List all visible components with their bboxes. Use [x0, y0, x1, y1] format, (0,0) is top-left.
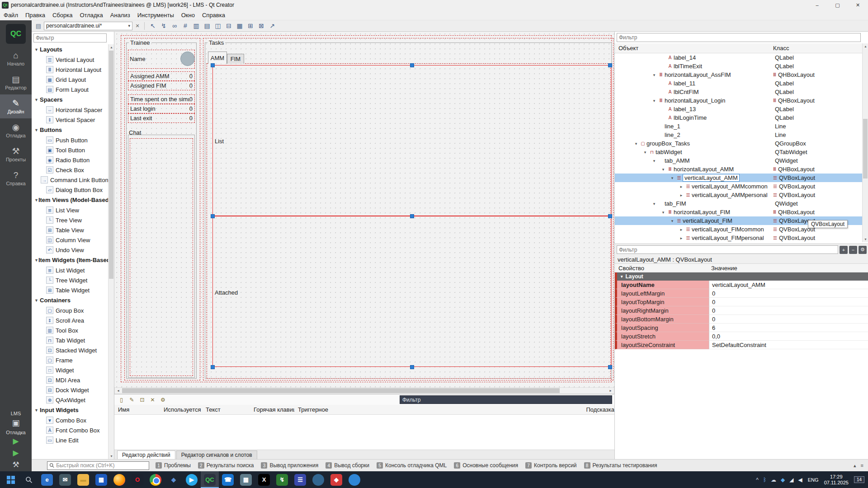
- scrollbar-thumb[interactable]: [109, 51, 113, 279]
- volume-icon[interactable]: ◀: [798, 477, 802, 483]
- scrollbar-thumb[interactable]: [122, 388, 560, 393]
- object-tree-row[interactable]: A label_14 QLabel: [615, 53, 863, 62]
- widget-box-row[interactable]: ◫ Column View: [32, 235, 108, 245]
- widget-box-row[interactable]: ▼ Input Widgets: [32, 405, 108, 415]
- widget-box-row[interactable]: ▤ Form Layout: [32, 84, 108, 94]
- expander-icon[interactable]: ▾: [669, 219, 675, 223]
- debug-run-button[interactable]: ▶: [13, 449, 19, 458]
- selection-handle[interactable]: [608, 365, 612, 369]
- taskbar-app[interactable]: ▦: [237, 471, 255, 488]
- widget-box-row[interactable]: ⊗ QAxWidget: [32, 395, 108, 405]
- object-tree-row[interactable]: ▾ Ⅲ horizontalLayout_AMM Ⅲ QHBoxLayout: [615, 165, 863, 174]
- selection-handle[interactable]: [211, 214, 215, 218]
- new-action-icon[interactable]: ▯: [117, 395, 126, 404]
- scrollbar-thumb[interactable]: [863, 119, 868, 178]
- expander-icon[interactable]: ▸: [678, 184, 684, 189]
- menu-item[interactable]: Окно: [178, 10, 198, 20]
- edit-widgets-icon[interactable]: ↖: [148, 21, 158, 31]
- widget-box-row[interactable]: ▦ Grid Layout: [32, 75, 108, 84]
- widget-box-row[interactable]: ▭ Push Button: [32, 135, 108, 145]
- selection-handle[interactable]: [410, 365, 414, 369]
- network-icon[interactable]: ◢: [789, 477, 793, 483]
- widget-box-row[interactable]: ↶ Undo View: [32, 245, 108, 255]
- widget-box-row[interactable]: ◉ Radio Button: [32, 155, 108, 165]
- scroll-up-icon[interactable]: ▴: [108, 44, 114, 50]
- expander-icon[interactable]: ▾: [651, 73, 657, 77]
- property-value[interactable]: 6: [709, 324, 868, 332]
- kit-selector[interactable]: LMS ▣ Отладка: [0, 411, 32, 435]
- object-tree-row[interactable]: ▾ tab_FIM QWidget: [615, 199, 863, 208]
- output-pane-button[interactable]: 2 Результаты поиска: [198, 462, 254, 469]
- scroll-down-icon[interactable]: ▾: [863, 236, 868, 242]
- expander-icon[interactable]: ▸: [678, 236, 684, 240]
- object-tree-row[interactable]: ▾ ▢ groupBox_Tasks QGroupBox: [615, 139, 863, 148]
- selected-layout-top[interactable]: [212, 65, 612, 216]
- taskbar-clock[interactable]: 17:29 07.11.2025: [824, 474, 849, 486]
- widget-box-row[interactable]: ▼ Buttons: [32, 125, 108, 135]
- widget-box-row[interactable]: ▣ Tool Button: [32, 145, 108, 155]
- expander-icon[interactable]: ▸: [678, 227, 684, 232]
- widget-box-row[interactable]: ≣ List Widget: [32, 265, 108, 275]
- widget-box-row[interactable]: → Command Link Button: [32, 175, 108, 185]
- widget-box-row[interactable]: □ Widget: [32, 365, 108, 375]
- property-value[interactable]: 0: [709, 289, 868, 298]
- widget-box-row[interactable]: ⇕ Vertical Spacer: [32, 115, 108, 125]
- mode-button[interactable]: ? Справка: [0, 166, 32, 190]
- property-value[interactable]: 0: [709, 298, 868, 306]
- object-tree-row[interactable]: line_1 Line: [615, 122, 863, 131]
- output-pane-button[interactable]: 6 Основные сообщения: [454, 462, 518, 469]
- property-row[interactable]: layoutBottomMargin 0: [615, 315, 868, 324]
- taskbar-app[interactable]: ☎: [219, 471, 237, 488]
- widget-box-row[interactable]: ⊟ Dock Widget: [32, 385, 108, 395]
- mode-button[interactable]: ✎ Дизайн: [0, 94, 32, 118]
- expander-icon[interactable]: ▾: [642, 150, 648, 155]
- object-tree-row[interactable]: ▸ ☰ verticalLayout_FIMpersonal ☰ QVBoxLa…: [615, 234, 863, 242]
- expander-icon[interactable]: ▾: [633, 141, 639, 146]
- object-tree-row[interactable]: A lblTimeExit QLabel: [615, 62, 863, 70]
- menu-item[interactable]: Правка: [22, 10, 49, 20]
- output-pane-button[interactable]: 1 Проблемы: [156, 462, 191, 469]
- object-tree-row[interactable]: line_2 Line: [615, 131, 863, 139]
- object-column-header[interactable]: Объект: [615, 45, 773, 52]
- property-row[interactable]: layoutRightMargin 0: [615, 306, 868, 315]
- property-value[interactable]: verticalLayout_AMM: [709, 281, 868, 289]
- object-tree-row[interactable]: ▸ ☰ verticalLayout_AMMcommon ☰ QVBoxLayo…: [615, 182, 863, 191]
- action-column-header[interactable]: Горячая клавиша: [250, 406, 294, 413]
- selected-layout-bottom[interactable]: [212, 216, 612, 367]
- object-inspector-scrollbar[interactable]: ▴ ▾: [862, 43, 868, 242]
- taskbar-app[interactable]: ▶: [183, 471, 201, 488]
- value-column-header[interactable]: Значение: [711, 265, 737, 272]
- widget-box-row[interactable]: ▼ Item Widgets (Item-Based): [32, 255, 108, 265]
- widget-box-row[interactable]: ⊡ Stacked Widget: [32, 345, 108, 355]
- property-row[interactable]: layoutName verticalLayout_AMM: [615, 281, 868, 289]
- mode-button[interactable]: ⚒ Проекты: [0, 142, 32, 166]
- widget-box-row[interactable]: A Font Combo Box: [32, 425, 108, 435]
- object-tree-row[interactable]: ▾ Ⅲ horizontalLayout_AssFIM Ⅲ QHBoxLayou…: [615, 70, 863, 79]
- selection-handle[interactable]: [211, 365, 215, 369]
- widget-box-row[interactable]: Ⅲ Horizontal Layout: [32, 65, 108, 75]
- selection-handle[interactable]: [211, 63, 215, 67]
- menu-item[interactable]: Справка: [198, 10, 229, 20]
- object-tree-row[interactable]: ▾ Ⅲ horizontalLayout_FIM Ⅲ QHBoxLayout: [615, 208, 863, 216]
- selection-handle[interactable]: [410, 214, 414, 218]
- delete-action-icon[interactable]: ✕: [148, 395, 157, 404]
- selection-handle[interactable]: [410, 63, 414, 67]
- expand-output-icon[interactable]: ▴: [854, 463, 856, 469]
- tab-amm[interactable]: AMM: [208, 52, 227, 64]
- object-tree-row[interactable]: A lblCntFIM QLabel: [615, 88, 863, 96]
- bottom-tab[interactable]: Редактор сигналов и слотов: [176, 450, 257, 459]
- class-column-header[interactable]: Класс: [773, 45, 789, 52]
- edit-buddies-icon[interactable]: ∞: [170, 21, 179, 31]
- taskbar-app[interactable]: [110, 471, 128, 488]
- layout-vertical-icon[interactable]: ▤: [202, 21, 212, 31]
- taskbar-search-button[interactable]: [20, 471, 38, 488]
- widget-box-row[interactable]: ⇕ Scroll Area: [32, 315, 108, 325]
- form-field-row[interactable]: Time spent on the simulator 0: [128, 94, 195, 104]
- expander-icon[interactable]: ▾: [660, 167, 666, 172]
- widget-box-row[interactable]: ⊓ Tab Widget: [32, 335, 108, 345]
- property-value[interactable]: 0,0: [709, 332, 868, 341]
- object-tree-row[interactable]: ▾ ⊓ tabWidget QTabWidget: [615, 148, 863, 156]
- taskbar-app[interactable]: [309, 471, 327, 488]
- output-pane-button[interactable]: 7 Контроль версий: [525, 462, 576, 469]
- property-value[interactable]: SetDefaultConstraint: [709, 341, 868, 349]
